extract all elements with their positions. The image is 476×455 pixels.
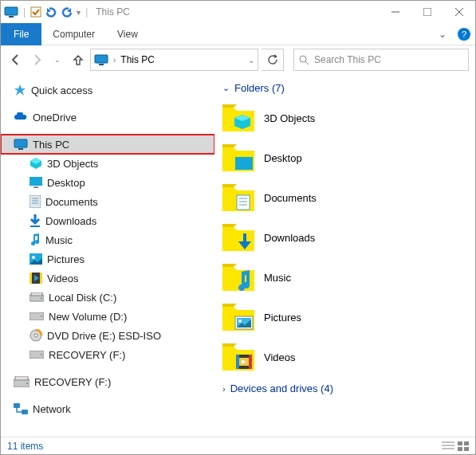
chevron-right-icon: › bbox=[222, 384, 226, 394]
sidebar-item-label: 3D Objects bbox=[47, 158, 98, 170]
folder-icon bbox=[222, 184, 254, 211]
folders-section-header[interactable]: ⌄ Folders (7) bbox=[222, 82, 467, 94]
folder-icon bbox=[222, 343, 254, 371]
sidebar-quick-access[interactable]: Quick access bbox=[1, 80, 214, 100]
address-bar[interactable]: › This PC ⌄ bbox=[90, 49, 258, 71]
folder-icon bbox=[222, 104, 254, 131]
sidebar-item-music[interactable]: Music bbox=[1, 230, 214, 249]
details-view-icon[interactable] bbox=[442, 441, 454, 451]
svg-rect-56 bbox=[458, 447, 462, 451]
sidebar-recovery-f-dup[interactable]: RECOVERY (F:) bbox=[1, 372, 214, 391]
svg-rect-35 bbox=[15, 376, 28, 380]
svg-point-46 bbox=[238, 320, 242, 323]
sidebar-item-label: Quick access bbox=[31, 84, 92, 96]
sidebar-network[interactable]: Network bbox=[1, 399, 214, 418]
address-dropdown-icon[interactable]: ⌄ bbox=[248, 56, 254, 65]
sidebar-item-dvd-e[interactable]: DVD Drive (E:) ESD-ISO bbox=[1, 326, 214, 345]
status-item-count: 11 items bbox=[7, 441, 43, 452]
sidebar-item-pictures[interactable]: Pictures bbox=[1, 249, 214, 269]
qat-divider-2: | bbox=[85, 6, 88, 18]
folder-music[interactable]: Music bbox=[222, 260, 467, 295]
sidebar: Quick access OneDrive This PC 3D Objects… bbox=[1, 74, 214, 425]
address-location[interactable]: This PC bbox=[120, 54, 155, 65]
maximize-button[interactable] bbox=[411, 1, 443, 23]
sidebar-item-label: Network bbox=[33, 403, 71, 415]
sidebar-item-recovery-f[interactable]: RECOVERY (F:) bbox=[1, 345, 214, 364]
downloads-icon bbox=[30, 214, 41, 227]
svg-rect-14 bbox=[33, 186, 38, 188]
sidebar-item-label: Desktop bbox=[47, 177, 85, 189]
sidebar-item-downloads[interactable]: Downloads bbox=[1, 211, 214, 230]
sidebar-onedrive[interactable]: OneDrive bbox=[1, 108, 214, 127]
folder-label: Videos bbox=[264, 351, 296, 363]
pc-icon bbox=[14, 139, 28, 150]
svg-rect-0 bbox=[5, 7, 18, 15]
svg-rect-54 bbox=[458, 441, 462, 445]
chevron-right-icon[interactable]: › bbox=[113, 56, 116, 65]
sidebar-item-documents[interactable]: Documents bbox=[1, 192, 214, 211]
search-placeholder: Search This PC bbox=[314, 54, 381, 65]
computer-tab[interactable]: Computer bbox=[41, 23, 106, 45]
sidebar-item-label: OneDrive bbox=[33, 112, 77, 124]
drive-icon bbox=[14, 376, 30, 387]
pc-icon bbox=[94, 54, 108, 65]
sidebar-item-3d-objects[interactable]: 3D Objects bbox=[1, 154, 214, 173]
pictures-icon bbox=[30, 253, 42, 265]
content-pane: ⌄ Folders (7) 3D Objects Desktop Documen… bbox=[214, 74, 475, 425]
svg-rect-48 bbox=[236, 355, 239, 369]
folder-icon bbox=[222, 144, 254, 171]
checkbox-icon[interactable] bbox=[30, 6, 41, 18]
svg-rect-23 bbox=[30, 273, 32, 284]
folder-label: Music bbox=[264, 272, 291, 284]
svg-rect-49 bbox=[249, 355, 252, 369]
folder-pictures[interactable]: Pictures bbox=[222, 300, 467, 335]
minimize-button[interactable] bbox=[380, 1, 411, 23]
qat-dropdown-icon[interactable]: ▾ bbox=[77, 8, 81, 17]
file-tab[interactable]: File bbox=[1, 23, 41, 45]
folder-downloads[interactable]: Downloads bbox=[222, 220, 467, 255]
drive-icon bbox=[30, 312, 44, 320]
svg-rect-11 bbox=[14, 139, 27, 147]
sidebar-item-label: Documents bbox=[45, 196, 98, 208]
sidebar-item-label: Pictures bbox=[47, 253, 85, 265]
folder-3d-objects[interactable]: 3D Objects bbox=[222, 100, 467, 135]
folder-videos[interactable]: Videos bbox=[222, 339, 467, 375]
svg-point-27 bbox=[41, 297, 42, 299]
sidebar-item-label: This PC bbox=[33, 139, 69, 151]
folder-label: Pictures bbox=[264, 312, 301, 324]
desktop-icon bbox=[30, 177, 42, 188]
folder-label: Documents bbox=[264, 192, 317, 204]
back-button[interactable] bbox=[7, 51, 25, 69]
pc-icon bbox=[4, 6, 18, 18]
sidebar-item-new-volume-d[interactable]: New Volume (D:) bbox=[1, 307, 214, 326]
folder-label: Downloads bbox=[264, 232, 315, 244]
folder-desktop[interactable]: Desktop bbox=[222, 140, 467, 175]
svg-rect-37 bbox=[14, 403, 20, 408]
search-input[interactable]: Search This PC bbox=[293, 49, 469, 71]
up-button[interactable] bbox=[69, 51, 87, 69]
network-icon bbox=[14, 403, 28, 414]
folder-documents[interactable]: Documents bbox=[222, 180, 467, 215]
close-button[interactable] bbox=[443, 1, 475, 23]
help-icon[interactable]: ? bbox=[458, 28, 470, 41]
devices-section-header[interactable]: › Devices and drives (4) bbox=[222, 382, 467, 394]
drive-icon bbox=[30, 351, 44, 359]
devices-header-label: Devices and drives (4) bbox=[230, 382, 333, 394]
music-icon bbox=[30, 233, 41, 246]
sidebar-this-pc[interactable]: This PC bbox=[1, 135, 214, 154]
ribbon-collapse-icon[interactable]: ⌄ bbox=[432, 29, 453, 40]
undo-icon[interactable] bbox=[45, 6, 57, 18]
sidebar-item-local-disk-c[interactable]: Local Disk (C:) bbox=[1, 288, 214, 307]
svg-point-36 bbox=[26, 382, 28, 384]
svg-rect-13 bbox=[30, 177, 42, 186]
refresh-button[interactable] bbox=[262, 49, 284, 71]
folders-header-label: Folders (7) bbox=[234, 82, 285, 94]
forward-button[interactable] bbox=[28, 51, 45, 69]
sidebar-item-videos[interactable]: Videos bbox=[1, 269, 214, 288]
view-tab[interactable]: View bbox=[106, 23, 149, 45]
redo-icon[interactable] bbox=[61, 6, 73, 18]
large-icons-view-icon[interactable] bbox=[458, 441, 469, 451]
folder-icon bbox=[222, 304, 254, 331]
recent-dropdown-icon[interactable]: ⌄ bbox=[49, 51, 66, 69]
sidebar-item-desktop[interactable]: Desktop bbox=[1, 173, 214, 192]
